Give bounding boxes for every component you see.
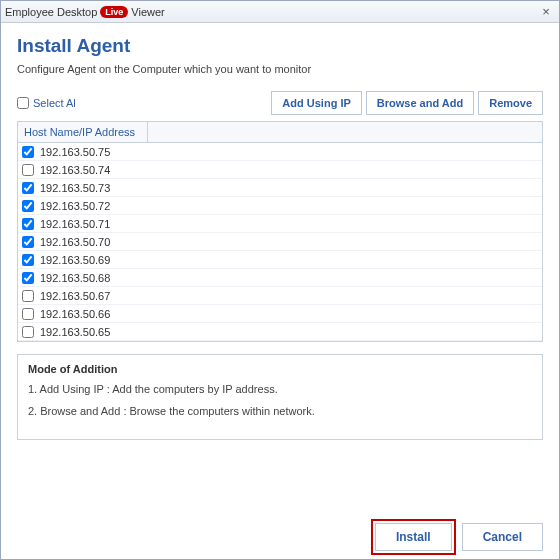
row-ip: 192.163.50.71: [40, 218, 110, 230]
page-title: Install Agent: [17, 35, 543, 57]
toolbar-buttons: Add Using IP Browse and Add Remove: [271, 91, 543, 115]
row-ip: 192.163.50.69: [40, 254, 110, 266]
row-ip: 192.163.50.65: [40, 326, 110, 338]
column-spacer: [148, 122, 542, 142]
row-ip: 192.163.50.73: [40, 182, 110, 194]
table-row[interactable]: 192.163.50.67: [18, 287, 542, 305]
row-checkbox[interactable]: [22, 290, 34, 302]
select-all-control[interactable]: Select Al: [17, 97, 76, 109]
title-suffix: Viewer: [131, 6, 164, 18]
table-row[interactable]: 192.163.50.71: [18, 215, 542, 233]
row-checkbox[interactable]: [22, 236, 34, 248]
row-ip: 192.163.50.72: [40, 200, 110, 212]
live-badge: Live: [100, 6, 128, 18]
add-using-ip-button[interactable]: Add Using IP: [271, 91, 361, 115]
dialog-footer: Install Cancel: [17, 513, 543, 551]
page-subtitle: Configure Agent on the Computer which yo…: [17, 63, 543, 75]
row-ip: 192.163.50.66: [40, 308, 110, 320]
cancel-button[interactable]: Cancel: [462, 523, 543, 551]
table-row[interactable]: 192.163.50.65: [18, 323, 542, 341]
install-button[interactable]: Install: [375, 523, 452, 551]
row-checkbox[interactable]: [22, 146, 34, 158]
title-prefix: Employee Desktop: [5, 6, 97, 18]
row-checkbox[interactable]: [22, 254, 34, 266]
row-checkbox[interactable]: [22, 308, 34, 320]
row-checkbox[interactable]: [22, 218, 34, 230]
table-row[interactable]: 192.163.50.72: [18, 197, 542, 215]
row-checkbox[interactable]: [22, 182, 34, 194]
table-row[interactable]: 192.163.50.69: [18, 251, 542, 269]
close-icon[interactable]: ×: [537, 4, 555, 20]
row-ip: 192.163.50.74: [40, 164, 110, 176]
install-agent-dialog: Employee Desktop Live Viewer × Install A…: [0, 0, 560, 560]
titlebar: Employee Desktop Live Viewer ×: [1, 1, 559, 23]
table-row[interactable]: 192.163.50.74: [18, 161, 542, 179]
row-checkbox[interactable]: [22, 272, 34, 284]
table-row[interactable]: 192.163.50.66: [18, 305, 542, 323]
toolbar-row: Select Al Add Using IP Browse and Add Re…: [17, 91, 543, 115]
mode-of-addition-box: Mode of Addition 1. Add Using IP : Add t…: [17, 354, 543, 440]
row-checkbox[interactable]: [22, 326, 34, 338]
row-ip: 192.163.50.68: [40, 272, 110, 284]
remove-button[interactable]: Remove: [478, 91, 543, 115]
mode-title: Mode of Addition: [28, 363, 532, 375]
table-header: Host Name/IP Address: [18, 122, 542, 143]
row-checkbox[interactable]: [22, 200, 34, 212]
mode-line-2: 2. Browse and Add : Browse the computers…: [28, 405, 532, 417]
row-checkbox[interactable]: [22, 164, 34, 176]
column-host[interactable]: Host Name/IP Address: [18, 122, 148, 142]
table-body: 192.163.50.75192.163.50.74192.163.50.731…: [18, 143, 542, 341]
select-all-label: Select Al: [33, 97, 76, 109]
hosts-table: Host Name/IP Address 192.163.50.75192.16…: [17, 121, 543, 342]
content-area: Install Agent Configure Agent on the Com…: [1, 23, 559, 559]
row-ip: 192.163.50.67: [40, 290, 110, 302]
table-row[interactable]: 192.163.50.73: [18, 179, 542, 197]
table-row[interactable]: 192.163.50.70: [18, 233, 542, 251]
mode-line-1: 1. Add Using IP : Add the computers by I…: [28, 383, 532, 395]
select-all-checkbox[interactable]: [17, 97, 29, 109]
table-row[interactable]: 192.163.50.75: [18, 143, 542, 161]
row-ip: 192.163.50.70: [40, 236, 110, 248]
browse-and-add-button[interactable]: Browse and Add: [366, 91, 474, 115]
table-row[interactable]: 192.163.50.68: [18, 269, 542, 287]
row-ip: 192.163.50.75: [40, 146, 110, 158]
